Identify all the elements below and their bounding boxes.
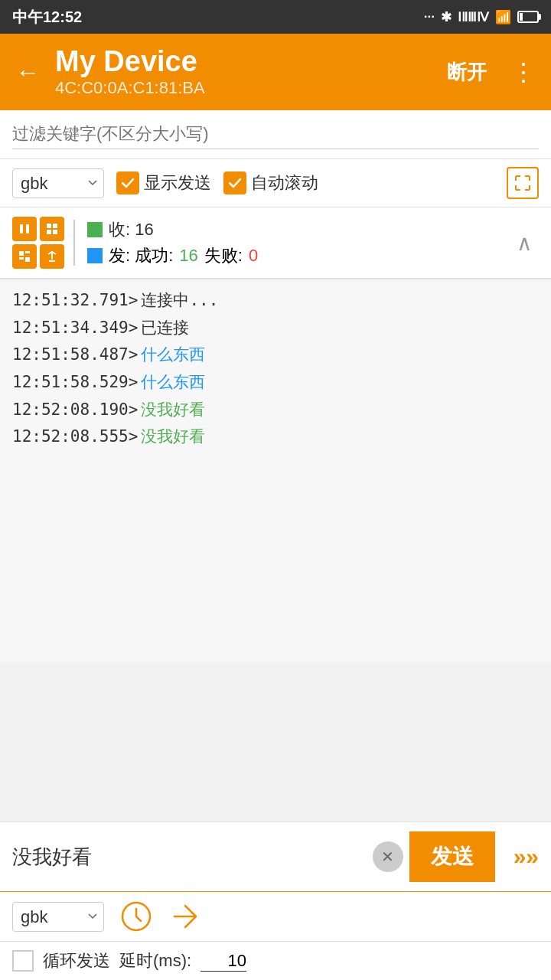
svg-rect-4 xyxy=(47,230,51,234)
clear-button[interactable] xyxy=(12,244,37,269)
device-mac: 4C:C0:0A:C1:81:BA xyxy=(55,78,429,98)
more-button[interactable]: ⋮ xyxy=(505,51,542,93)
status-time: 中午12:52 xyxy=(12,7,82,28)
signal-bars-icon: ⅠⅡⅢⅣ xyxy=(458,9,489,25)
send-button[interactable]: 发送 xyxy=(409,831,495,882)
delay-input[interactable] xyxy=(201,951,246,972)
bluetooth-icon: ✱ xyxy=(441,9,452,25)
log-timestamp: 12:51:34.349> xyxy=(12,315,138,342)
back-button[interactable]: ← xyxy=(9,52,46,93)
export-button[interactable] xyxy=(40,244,64,269)
filter-bar xyxy=(0,110,551,159)
log-text: 已连接 xyxy=(141,315,189,342)
wifi-icon: 📶 xyxy=(495,9,511,25)
filter-input[interactable] xyxy=(12,119,539,149)
bottom-area: ✕ 发送 »» gbk utf-8 ascii 循环发送 延时(ms): xyxy=(0,822,551,980)
stats-info: 收: 16 发: 成功: 16 失败: 0 xyxy=(87,218,510,267)
signal-dots-icon: ··· xyxy=(424,9,435,24)
log-timestamp: 12:52:08.555> xyxy=(12,423,138,451)
auto-scroll-checkbox[interactable] xyxy=(223,172,246,194)
pause-button[interactable] xyxy=(12,217,37,241)
status-bar: 中午12:52 ··· ✱ ⅠⅡⅢⅣ 📶 xyxy=(0,0,551,34)
show-send-checkbox[interactable] xyxy=(116,172,139,194)
log-text: 什么东西 xyxy=(141,369,205,397)
stats-divider xyxy=(73,220,75,266)
log-line: 12:52:08.190> 没我好看 xyxy=(12,397,539,424)
battery-icon xyxy=(517,11,539,23)
loop-send-checkbox[interactable] xyxy=(12,950,34,972)
grid-button[interactable] xyxy=(40,217,64,241)
send-prefix-label: 发: 成功: xyxy=(109,244,173,267)
encoding-select[interactable]: gbk utf-8 ascii xyxy=(12,168,104,198)
svg-rect-6 xyxy=(19,251,24,256)
send-input-row: ✕ 发送 »» xyxy=(0,822,551,892)
log-timestamp: 12:51:32.791> xyxy=(12,287,138,315)
loop-send-row: 循环发送 延时(ms): xyxy=(0,942,551,980)
svg-rect-9 xyxy=(25,251,30,253)
svg-rect-1 xyxy=(26,224,29,234)
fullscreen-button[interactable] xyxy=(507,167,539,199)
auto-scroll-label: 自动滚动 xyxy=(251,172,318,194)
svg-rect-8 xyxy=(19,257,24,260)
log-text: 没我好看 xyxy=(141,423,205,451)
recv-color-indicator xyxy=(87,222,103,237)
auto-scroll-group: 自动滚动 xyxy=(223,172,318,194)
log-text: 连接中... xyxy=(141,287,218,315)
send-color-indicator xyxy=(87,248,103,263)
log-line: 12:51:34.349> 已连接 xyxy=(12,315,539,342)
send-icon-button[interactable] xyxy=(168,900,202,933)
device-name: My Device xyxy=(55,46,429,78)
svg-rect-3 xyxy=(53,224,57,228)
delay-label: 延时(ms): xyxy=(119,949,191,972)
loop-send-label: 循环发送 xyxy=(43,949,110,972)
log-line: 12:51:58.529> 什么东西 xyxy=(12,369,539,397)
log-line: 12:51:58.487> 什么东西 xyxy=(12,341,539,369)
clear-input-button[interactable]: ✕ xyxy=(373,841,403,872)
send-success-count: 16 xyxy=(179,246,197,266)
log-timestamp: 12:52:08.190> xyxy=(12,397,138,424)
show-send-group: 显示发送 xyxy=(116,172,211,194)
send-input[interactable] xyxy=(12,845,367,869)
log-line: 12:52:08.555> 没我好看 xyxy=(12,423,539,451)
toolbar: ← My Device 4C:C0:0A:C1:81:BA 断开 ⋮ xyxy=(0,34,551,110)
send-fail-count: 0 xyxy=(249,246,258,266)
expand-button[interactable]: »» xyxy=(501,833,551,880)
status-icons: ··· ✱ ⅠⅡⅢⅣ 📶 xyxy=(424,9,539,25)
bottom-controls: gbk utf-8 ascii xyxy=(0,892,551,942)
send-fail-prefix: 失败: xyxy=(204,244,243,267)
log-timestamp: 12:51:58.529> xyxy=(12,369,138,397)
recv-label: 收: 16 xyxy=(109,218,154,241)
stats-bar: 收: 16 发: 成功: 16 失败: 0 ∧ xyxy=(0,207,551,279)
show-send-label: 显示发送 xyxy=(144,172,211,194)
stats-btn-row-2 xyxy=(12,244,64,269)
stats-btn-row-1 xyxy=(12,217,64,241)
bottom-encoding-select[interactable]: gbk utf-8 ascii xyxy=(12,902,104,932)
disconnect-button[interactable]: 断开 xyxy=(438,53,496,92)
svg-rect-7 xyxy=(25,257,30,262)
stats-buttons xyxy=(12,217,64,269)
svg-rect-5 xyxy=(53,230,57,234)
collapse-button[interactable]: ∧ xyxy=(510,227,539,259)
log-area: 12:51:32.791> 连接中...12:51:34.349> 已连接12:… xyxy=(0,279,551,662)
log-timestamp: 12:51:58.487> xyxy=(12,341,138,369)
svg-rect-2 xyxy=(47,224,51,228)
history-button[interactable] xyxy=(119,900,153,933)
log-text: 没我好看 xyxy=(141,397,205,424)
log-text: 什么东西 xyxy=(141,341,205,369)
send-stats: 发: 成功: 16 失败: 0 xyxy=(87,244,510,267)
log-line: 12:51:32.791> 连接中... xyxy=(12,287,539,315)
controls-bar: gbk utf-8 ascii 显示发送 自动滚动 xyxy=(0,159,551,207)
recv-stats: 收: 16 xyxy=(87,218,510,241)
toolbar-title-block: My Device 4C:C0:0A:C1:81:BA xyxy=(55,46,429,98)
svg-rect-0 xyxy=(20,224,23,234)
